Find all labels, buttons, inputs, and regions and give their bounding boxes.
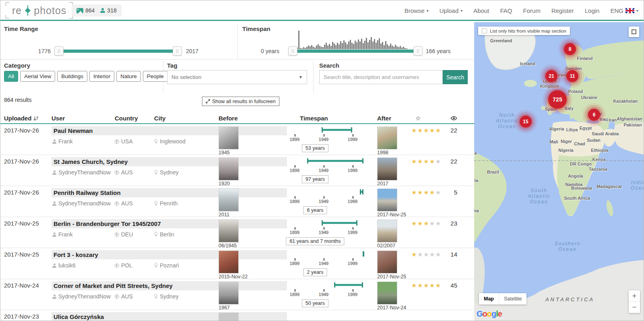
image-count-stat: 864 [76, 7, 95, 14]
table-row[interactable]: 2017-Nov-25 Fort 3 - koszary luksik6 POL… [0, 248, 474, 279]
table-row[interactable]: 2017-Nov-24 Corner of Market and Pitt St… [0, 279, 474, 310]
map-panel[interactable]: List only hits from visible map section … [474, 22, 644, 321]
row-title-link[interactable]: Ulica Górczyńska [52, 312, 287, 321]
map-cluster-marker[interactable]: 6 [588, 109, 600, 121]
nav-item-forum[interactable]: Forum [523, 7, 541, 14]
map-cluster-marker[interactable]: 21 [545, 70, 557, 82]
col-after[interactable]: After [377, 115, 391, 122]
map-cluster-marker[interactable]: 8 [564, 43, 576, 55]
category-buttons: AllAerial ViewBuildingsInteriorNaturePeo… [4, 71, 168, 82]
before-photo-thumbnail[interactable] [219, 313, 239, 321]
row-user[interactable]: Frank [52, 231, 73, 238]
row-user[interactable]: SydneyThenandNow [52, 169, 111, 176]
before-photo-thumbnail[interactable] [219, 220, 239, 242]
col-uploaded[interactable]: Uploaded [4, 115, 39, 122]
category-interior[interactable]: Interior [89, 71, 114, 82]
after-photo-thumbnail[interactable] [377, 220, 397, 242]
checkbox-icon[interactable] [482, 28, 487, 33]
map-type-map-button[interactable]: Map [479, 293, 499, 304]
category-nature[interactable]: Nature [116, 71, 141, 82]
after-caption: 2017-Nov-25 [377, 212, 406, 217]
category-aerial-view[interactable]: Aerial View [20, 71, 55, 82]
row-title-link[interactable]: Berlin - Brandenburger Tor 1945/2007 [52, 219, 287, 228]
nav-item-faq[interactable]: FAQ [500, 7, 512, 14]
nav-item-about[interactable]: About [473, 7, 489, 14]
table-row[interactable]: 2017-Nov-26 Penrith Railway Station Sydn… [0, 186, 474, 217]
row-user[interactable]: SydneyThenandNow [52, 200, 111, 207]
table-row[interactable]: 2017-Nov-26 Paul Newman Frank USA Inglew… [0, 124, 474, 155]
col-before[interactable]: Before [219, 115, 238, 122]
col-timespan[interactable]: Timespan [300, 115, 328, 122]
person-icon [52, 263, 56, 268]
row-user[interactable]: SydneyThenandNow [52, 293, 111, 300]
col-city[interactable]: City [154, 115, 165, 122]
globe-icon [115, 201, 119, 206]
map-cluster-marker[interactable]: 725 [548, 90, 567, 109]
nav-item-upload[interactable]: Upload▾ [440, 7, 463, 14]
rating-stars[interactable]: ★★★★★ [411, 127, 442, 134]
category-all[interactable]: All [4, 71, 18, 82]
search-button[interactable]: Search [443, 70, 468, 84]
map-cluster-marker[interactable]: 15 [520, 116, 532, 128]
row-title-link[interactable]: Penrith Railway Station [52, 188, 287, 197]
time-range-slider[interactable] [55, 50, 181, 53]
category-people[interactable]: People [143, 71, 168, 82]
rating-stars[interactable]: ★★★★★ [411, 220, 442, 227]
col-user[interactable]: User [52, 115, 65, 122]
row-user[interactable]: Frank [52, 138, 73, 145]
row-title-link[interactable]: Corner of Market and Pitt Streets, Sydne… [52, 281, 287, 290]
nav-item-browse[interactable]: Browse▾ [405, 7, 429, 14]
table-row[interactable]: 2017-Nov-25 Berlin - Brandenburger Tor 1… [0, 217, 474, 248]
row-user[interactable]: luksik6 [52, 262, 76, 269]
rating-stars[interactable]: ★★★★★ [411, 251, 442, 258]
category-buildings[interactable]: Buildings [57, 71, 87, 82]
zoom-in-button[interactable]: + [629, 290, 640, 302]
after-photo-thumbnail[interactable] [377, 251, 397, 273]
map-filter-checkbox[interactable]: List only hits from visible map section [478, 27, 570, 35]
map-type-satellite-button[interactable]: Satellite [499, 293, 526, 304]
nav-item-login[interactable]: Login [585, 7, 600, 14]
search-input[interactable] [319, 70, 443, 84]
map-cluster-marker[interactable]: 11 [566, 70, 578, 82]
before-photo-thumbnail[interactable] [219, 157, 239, 180]
rating-stars[interactable]: ★★★★★ [411, 158, 442, 165]
timespan-handle-right[interactable] [413, 46, 423, 56]
timespan-slider[interactable] [289, 50, 422, 53]
before-photo-thumbnail[interactable] [219, 251, 239, 273]
zoom-out-button[interactable]: − [629, 302, 640, 313]
map-fullscreen-button[interactable] [629, 27, 639, 37]
row-title-link[interactable]: Paul Newman [52, 126, 287, 135]
rating-stars[interactable]: ★★★★★ [411, 282, 442, 289]
row-title-link[interactable]: St James Church, Sydney [52, 157, 287, 166]
before-photo-thumbnail[interactable] [219, 188, 239, 211]
tag-select[interactable]: No selection ▼ [167, 70, 307, 84]
time-range-min: 1776 [31, 48, 51, 54]
before-photo-thumbnail[interactable] [219, 126, 239, 149]
histogram-bar [353, 44, 354, 49]
histogram-bar [395, 45, 396, 49]
nav-item-register[interactable]: Register [551, 7, 574, 14]
after-photo-thumbnail[interactable] [377, 126, 397, 149]
site-logo[interactable]: re photos [6, 2, 73, 19]
after-photo-thumbnail[interactable] [377, 282, 397, 304]
table-row[interactable]: 2017-Nov-26 St James Church, Sydney Sydn… [0, 155, 474, 186]
nav-item-eng[interactable]: ENG▾ [610, 7, 638, 14]
row-title-link[interactable]: Fort 3 - koszary [52, 250, 287, 259]
col-country[interactable]: Country [115, 115, 138, 122]
show-fullscreen-button[interactable]: Show all results in fullscreen [202, 97, 279, 106]
histogram-bar [343, 40, 345, 49]
time-range-handle-right[interactable] [173, 46, 182, 56]
before-photo-thumbnail[interactable] [219, 282, 239, 304]
rephoto-arrows-icon [25, 5, 31, 16]
timespan-handle-left[interactable] [288, 46, 297, 56]
uk-flag-icon [625, 8, 634, 13]
col-rating-star-icon[interactable]: ☆ [415, 115, 421, 122]
timespan-value: 61 years and 7 months [286, 237, 344, 245]
time-range-handle-left[interactable] [54, 46, 64, 56]
after-photo-thumbnail[interactable] [377, 188, 397, 211]
col-views-eye-icon[interactable] [450, 115, 457, 122]
histogram-bar [366, 38, 367, 49]
rating-stars[interactable]: ★★★★★ [411, 189, 442, 196]
table-row[interactable]: 2017-Nov-23 Ulica Górczyńska [0, 310, 474, 321]
after-photo-thumbnail[interactable] [377, 157, 397, 180]
